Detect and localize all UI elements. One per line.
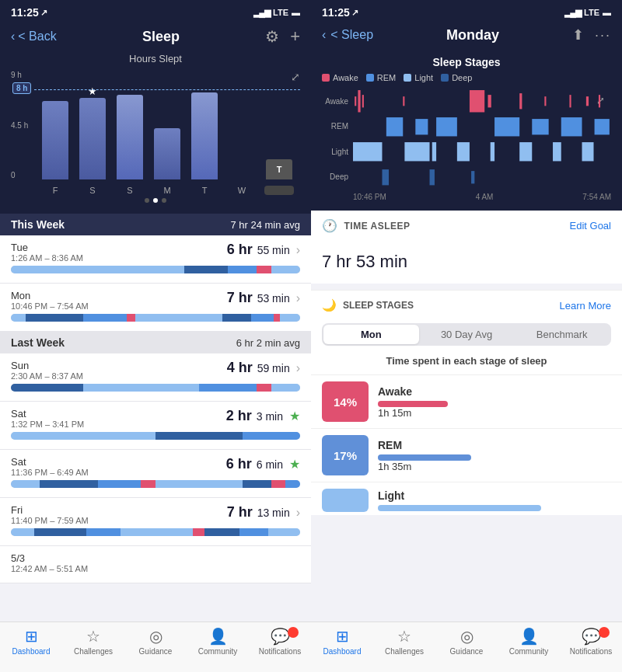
svg-rect-22	[491, 142, 494, 161]
right-nav-dashboard[interactable]: ⊞ Dashboard	[311, 627, 373, 663]
more-icon[interactable]: ···	[595, 27, 611, 44]
this-week-label: This Week	[11, 218, 65, 231]
right-signal-icon: ▂▄▆	[564, 8, 581, 18]
row-day: Sun	[11, 360, 83, 371]
left-back-label: < Back	[18, 30, 56, 44]
svg-rect-23	[519, 142, 532, 161]
bar-col-s1: ★	[78, 71, 107, 179]
last-week-label: Last Week	[11, 336, 65, 349]
left-header-icons: ⚙ +	[265, 26, 300, 47]
x-label-t2	[264, 186, 294, 195]
x-label-f: F	[40, 186, 70, 195]
row-time-range: 1:26 AM – 8:36 AM	[11, 253, 83, 263]
row-duration: 2 hr 3 min	[226, 408, 283, 424]
right-nav-guidance[interactable]: ◎ Guidance	[435, 627, 498, 663]
list-item[interactable]: Mon 10:46 PM – 7:54 AM 7 hr 53 min ›	[0, 284, 311, 332]
page-dots	[11, 195, 300, 206]
nav-community-label: Community	[198, 647, 238, 656]
nav-guidance[interactable]: ◎ Guidance	[124, 627, 187, 663]
row-day: Tue	[11, 242, 83, 253]
bar-f	[42, 101, 68, 179]
time-asleep-title: 🕐 TIME ASLEEP	[322, 218, 411, 233]
svg-rect-21	[457, 142, 470, 161]
rem-bar-info: REM 1h 35m	[369, 439, 611, 472]
row-time-range: 1:32 PM – 3:41 PM	[11, 420, 84, 429]
nav-dashboard-label: Dashboard	[12, 647, 51, 656]
svg-rect-27	[430, 169, 435, 185]
rem-track	[353, 114, 611, 140]
awake-bar-info: Awake 1h 15m	[369, 385, 611, 419]
chevron-icon: ›	[296, 506, 300, 520]
stages-title: Sleep Stages	[322, 56, 611, 68]
last-week-avg: 6 hr 2 min avg	[236, 337, 300, 349]
chart-container: ⤢ 9 h 4.5 h 0 8 h ★	[11, 71, 300, 195]
right-nav-challenges[interactable]: ☆ Challenges	[373, 627, 435, 663]
right-arrow: ↗	[351, 8, 358, 18]
svg-rect-7	[544, 96, 546, 106]
share-icon[interactable]: ⬆	[572, 26, 584, 44]
chart-title: Hours Slept	[11, 53, 300, 64]
right-nav-notifications[interactable]: 💬 Notifications	[560, 627, 622, 663]
left-title: Sleep	[142, 29, 180, 45]
right-header: ‹ < Sleep Monday ⬆ ···	[311, 23, 622, 50]
list-item[interactable]: Fri 11:40 PM – 7:59 AM 7 hr 13 min ›	[0, 498, 311, 546]
list-item[interactable]: Sun 2:30 AM – 8:37 AM 4 hr 59 min ›	[0, 353, 311, 402]
plus-icon[interactable]: +	[290, 26, 300, 47]
svg-rect-9	[586, 96, 589, 106]
nav-notifications[interactable]: 💬 Notifications	[249, 627, 311, 663]
light-track	[353, 139, 611, 165]
right-content: 🕐 TIME ASLEEP Edit Goal 7 hr 53 min 🌙 SL…	[311, 211, 622, 622]
list-item[interactable]: 5/3 12:42 AM – 5:51 AM	[0, 546, 311, 583]
svg-rect-0	[355, 96, 356, 106]
sleep-stages-title: 🌙 SLEEP STAGES	[322, 298, 414, 312]
this-week-header: This Week 7 hr 24 min avg	[0, 214, 311, 235]
list-item[interactable]: Sat 1:32 PM – 3:41 PM 2 hr 3 min ★	[0, 402, 311, 450]
awake-pct-box: 14%	[322, 381, 369, 422]
dot-3	[162, 198, 166, 203]
list-item[interactable]: Tue 1:26 AM – 8:36 AM 6 hr 55 min ›	[0, 235, 311, 284]
right-notification-badge	[599, 627, 610, 638]
awake-duration: 1h 15m	[378, 407, 611, 419]
row-duration: 7 hr 13 min	[227, 504, 290, 521]
nav-challenges[interactable]: ☆ Challenges	[62, 627, 124, 663]
right-guidance-icon: ◎	[460, 627, 473, 646]
right-back-button[interactable]: ‹ < Sleep	[322, 28, 373, 42]
right-notifications-icon: 💬	[582, 627, 601, 646]
awake-name: Awake	[378, 385, 611, 398]
learn-more-button[interactable]: Learn More	[560, 300, 611, 312]
sleep-viz	[11, 432, 300, 440]
left-bottom-nav: ⊞ Dashboard ☆ Challenges ◎ Guidance 👤 Co…	[0, 622, 311, 672]
community-icon: 👤	[208, 627, 228, 646]
edit-goal-button[interactable]: Edit Goal	[570, 220, 611, 232]
right-panel: 11:25 ↗ ▂▄▆ LTE ▬ ‹ < Sleep Monday ⬆ ···…	[311, 0, 622, 672]
svg-rect-20	[432, 142, 436, 161]
chevron-icon: ›	[296, 361, 300, 375]
awake-dot	[322, 74, 330, 82]
awake-track	[353, 89, 611, 114]
bar-t1	[191, 92, 218, 179]
tab-mon[interactable]: Mon	[323, 325, 419, 344]
star-green-icon: ★	[289, 409, 300, 423]
sleep-list: This Week 7 hr 24 min avg Tue 1:26 AM – …	[0, 214, 311, 622]
nav-community[interactable]: 👤 Community	[187, 627, 249, 663]
goal-label: 8 h	[12, 82, 31, 94]
left-back-button[interactable]: ‹ < Back	[11, 30, 57, 44]
nav-dashboard[interactable]: ⊞ Dashboard	[0, 627, 62, 663]
list-item[interactable]: Sat 11:36 PM – 6:49 AM 6 hr 6 min ★	[0, 450, 311, 498]
row-day: Fri	[11, 504, 89, 516]
gear-icon[interactable]: ⚙	[265, 27, 279, 46]
left-panel: 11:25 ↗ ▂▄▆ LTE ▬ ‹ < Back Sleep ⚙ + Hou…	[0, 0, 311, 672]
sleep-stages-header: 🌙 SLEEP STAGES Learn More	[311, 290, 622, 317]
deep-label: Deep	[322, 172, 353, 181]
svg-rect-8	[569, 95, 571, 107]
time-start: 10:46 PM	[353, 193, 386, 201]
legend-deep: Deep	[441, 73, 472, 82]
right-dashboard-icon: ⊞	[336, 627, 349, 646]
tab-30day[interactable]: 30 Day Avg	[419, 325, 515, 344]
tab-benchmark[interactable]: Benchmark	[514, 325, 610, 344]
svg-rect-11	[386, 117, 403, 136]
right-nav-challenges-label: Challenges	[385, 647, 424, 656]
right-nav-community[interactable]: 👤 Community	[498, 627, 560, 663]
svg-rect-2	[362, 95, 364, 107]
dot-2	[153, 198, 158, 203]
